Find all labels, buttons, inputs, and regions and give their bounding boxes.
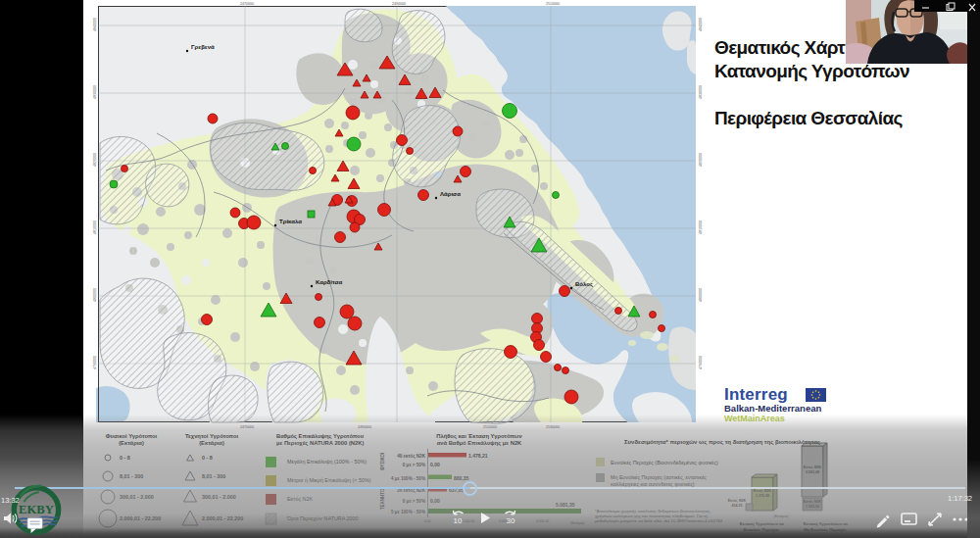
svg-text:30: 30 <box>507 516 515 525</box>
svg-text:ΕΚΒΥ: ΕΚΒΥ <box>19 503 54 516</box>
svg-text:10: 10 <box>454 516 463 525</box>
